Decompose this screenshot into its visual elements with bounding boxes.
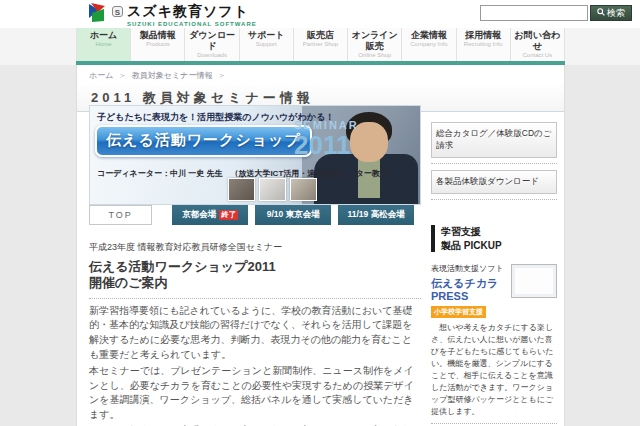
pickup-heading: 学習支援 製品 PICKUP [431, 225, 557, 252]
product-category: 表現活動支援ソフト [431, 264, 511, 274]
seminar-year: 2011 [294, 132, 359, 158]
global-nav: ホーム Home 製品情報 Products ダウンロード Downloads … [76, 28, 565, 65]
banner-seminar-year: SEMINAR 2011 [294, 120, 359, 158]
page-content: ホーム ＞ 教員対象セミナー情報 ＞ 2011 教員対象セミナー情報 子どもたち… [76, 65, 565, 426]
venue-tabs: TOP 京都会場 終了 9/10 東京会場 11/19 高松会場 [89, 205, 421, 225]
site-header: S スズキ教育ソフト SUZUKI EDUCATIONAL SOFTWARE 検… [0, 0, 640, 28]
pickup-heading-line1: 学習支援 [441, 225, 557, 239]
main-column: 子どもたちに表現力を！活用型授業のノウハウがわかる！ 伝える活動ワークショップ … [89, 105, 421, 426]
nav-item-support[interactable]: サポート Support [239, 28, 293, 61]
nav-item-partner-shop[interactable]: 販売店 Partner Shop [293, 28, 347, 61]
banner-thumbnails [228, 178, 317, 201]
logo-cube-icon [88, 3, 108, 23]
search-button-label: 検索 [607, 7, 625, 20]
search-icon [597, 8, 605, 18]
nav-item-downloads[interactable]: ダウンロード Downloads [184, 28, 238, 61]
trial-download-button[interactable]: 各製品体験版ダウンロード [431, 170, 557, 194]
search-button[interactable]: 検索 [590, 5, 632, 21]
seminar-heading-line1: 伝える活動ワークショップ2011 [89, 259, 421, 275]
site-logo[interactable]: S スズキ教育ソフト SUZUKI EDUCATIONAL SOFTWARE [88, 3, 257, 27]
pickup-product-press: 表現活動支援ソフト 伝えるチカラ PRESS 小学校学習支援 想いや考えをカタチ… [431, 264, 557, 418]
nav-item-contact[interactable]: お問い合わせ Contact Us [510, 28, 565, 61]
search-input[interactable] [480, 5, 588, 21]
tab-kyoto[interactable]: 京都会場 終了 [172, 205, 248, 225]
dotted-divider [431, 199, 557, 200]
logo-subtitle: SUZUKI EDUCATIONAL SOFTWARE [127, 21, 257, 27]
logo-title: スズキ教育ソフト [127, 3, 249, 19]
intro-paragraph-2: 本セミナーでは、プレゼンテーションと新聞制作、ニュース制作をメインとし、必要なチ… [89, 364, 421, 423]
tab-top[interactable]: TOP [89, 205, 152, 225]
breadcrumb-separator: ＞ [119, 71, 127, 80]
seminar-heading-line2: 開催のご案内 [89, 275, 421, 291]
tab-tokyo[interactable]: 9/10 東京会場 [255, 205, 331, 225]
intro-paragraph-1: 新学習指導要領にも記されているように、学校の教育活動において基礎的・基本的な知識… [89, 304, 421, 363]
banner-thumbnail [259, 178, 286, 201]
breadcrumb-separator: ＞ [218, 71, 226, 80]
nav-item-recruiting[interactable]: 採用情報 Recruiting Info [456, 28, 510, 61]
pickup-heading-line2: 製品 PICKUP [441, 239, 557, 253]
dotted-divider [89, 298, 421, 299]
tab-takamatsu[interactable]: 11/19 高松会場 [338, 205, 414, 225]
nav-item-products[interactable]: 製品情報 Products [130, 28, 184, 61]
product-badge: 小学校学習支援 [431, 306, 486, 318]
product-link-press[interactable]: 伝えるチカラ PRESS [431, 277, 511, 303]
site-search: 検索 [480, 5, 632, 21]
catalog-request-button[interactable]: 総合カタログ／体験版CDのご請求 [431, 122, 557, 158]
banner-title-badge: 伝える活動ワークショップ [95, 125, 312, 157]
dotted-divider [431, 163, 557, 164]
logo-s-badge: S [112, 6, 123, 17]
breadcrumb: ホーム ＞ 教員対象セミナー情報 ＞ [77, 65, 564, 81]
seminar-subtitle: 平成23年度 情報教育対応教員研修全国セミナー [89, 241, 421, 254]
seminar-banner: 子どもたちに表現力を！活用型授業のノウハウがわかる！ 伝える活動ワークショップ … [89, 105, 421, 205]
nav-item-online-shop[interactable]: オンライン販売 Online Shop [347, 28, 401, 61]
banner-thumbnail [228, 178, 255, 201]
global-nav-strip: ホーム Home 製品情報 Products ダウンロード Downloads … [0, 28, 640, 65]
seminar-heading: 伝える活動ワークショップ2011 開催のご案内 [89, 259, 421, 292]
ended-badge: 終了 [219, 210, 238, 220]
product-thumbnail-press[interactable] [511, 264, 557, 298]
nav-item-home[interactable]: ホーム Home [76, 28, 130, 61]
breadcrumb-current: 教員対象セミナー情報 [132, 71, 213, 80]
breadcrumb-home-link[interactable]: ホーム [89, 71, 113, 80]
banner-thumbnail [290, 178, 317, 201]
dotted-divider [431, 423, 557, 424]
sidebar: 総合カタログ／体験版CDのご請求 各製品体験版ダウンロード 学習支援 製品 PI… [431, 122, 557, 426]
nav-item-company-info[interactable]: 企業情報 Company Info [401, 28, 455, 61]
product-description: 想いや考えをカタチにする楽しさ、伝えたい人に想いが届いた喜びを子どもたちに感じて… [431, 322, 557, 418]
